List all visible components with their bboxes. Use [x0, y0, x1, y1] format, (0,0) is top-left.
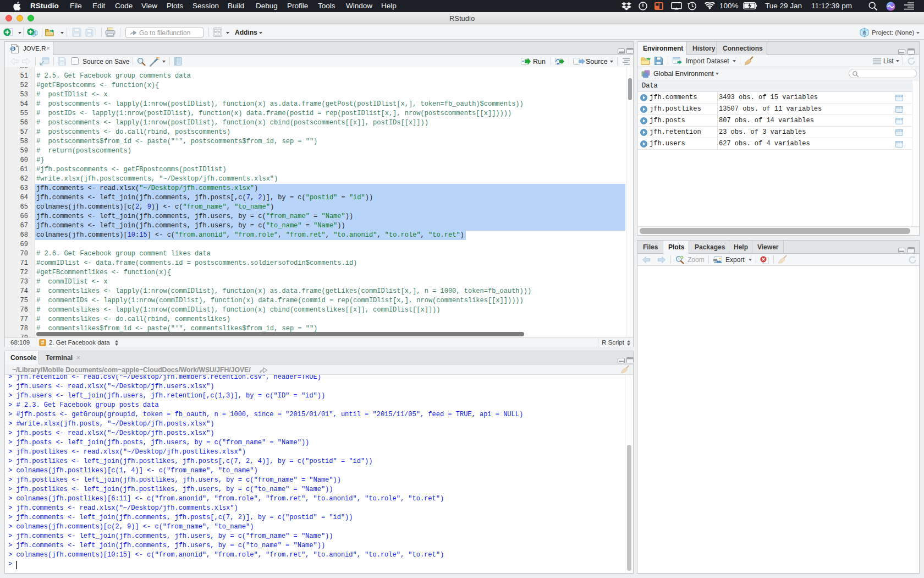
svg-text:R: R	[11, 46, 15, 52]
svg-text:R: R	[862, 30, 866, 36]
